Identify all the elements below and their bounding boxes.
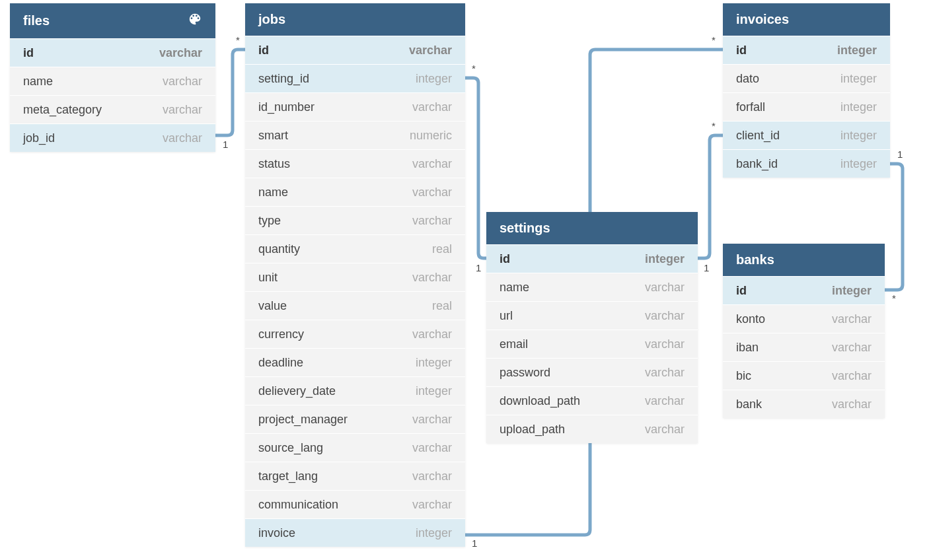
table-row[interactable]: idvarchar xyxy=(10,38,215,67)
table-row[interactable]: idvarchar xyxy=(245,36,465,64)
column-type: varchar xyxy=(412,186,452,199)
table-row[interactable]: upload_pathvarchar xyxy=(486,415,698,443)
column-name: forfall xyxy=(736,100,765,114)
table-row[interactable]: source_langvarchar xyxy=(245,433,465,462)
column-name: download_path xyxy=(500,394,580,408)
column-type: varchar xyxy=(159,46,202,60)
column-type: integer xyxy=(840,72,877,86)
column-type: varchar xyxy=(163,75,202,88)
column-name: upload_path xyxy=(500,423,565,437)
column-name: job_id xyxy=(23,131,55,145)
table-row[interactable]: passwordvarchar xyxy=(486,358,698,386)
table-title: banks xyxy=(736,252,774,267)
table-header-invoices[interactable]: invoices xyxy=(723,3,890,36)
table-body-banks: idintegerkontovarcharibanvarcharbicvarch… xyxy=(723,276,885,418)
table-header-jobs[interactable]: jobs xyxy=(245,3,465,36)
column-name: name xyxy=(500,281,529,295)
column-name: id_number xyxy=(258,100,315,114)
column-name: client_id xyxy=(736,129,780,143)
table-row[interactable]: forfallinteger xyxy=(723,92,890,121)
table-row[interactable]: typevarchar xyxy=(245,206,465,234)
column-type: varchar xyxy=(412,441,452,455)
column-type: varchar xyxy=(645,366,685,380)
table-row[interactable]: idinteger xyxy=(723,36,890,64)
table-row[interactable]: setting_idinteger xyxy=(245,64,465,92)
table-row[interactable]: bicvarchar xyxy=(723,361,885,390)
card-label: * xyxy=(712,120,716,131)
column-type: real xyxy=(432,242,452,256)
table-body-settings: idintegernamevarcharurlvarcharemailvarch… xyxy=(486,244,698,443)
table-files[interactable]: files idvarcharnamevarcharmeta_categoryv… xyxy=(10,3,215,152)
column-name: source_lang xyxy=(258,441,323,455)
table-settings[interactable]: settings idintegernamevarcharurlvarchare… xyxy=(486,212,698,443)
table-row[interactable]: datointeger xyxy=(723,64,890,92)
table-row[interactable]: valuereal xyxy=(245,291,465,320)
table-row[interactable]: bankvarchar xyxy=(723,390,885,418)
table-row[interactable]: download_pathvarchar xyxy=(486,386,698,415)
table-header-settings[interactable]: settings xyxy=(486,212,698,244)
table-row[interactable]: project_managervarchar xyxy=(245,405,465,433)
table-invoices[interactable]: invoices idintegerdatointegerforfallinte… xyxy=(723,3,890,178)
column-type: varchar xyxy=(412,470,452,483)
table-row[interactable]: emailvarchar xyxy=(486,330,698,358)
table-row[interactable]: currencyvarchar xyxy=(245,320,465,348)
card-label: 1 xyxy=(472,538,477,549)
column-type: varchar xyxy=(645,309,685,323)
table-title: settings xyxy=(500,221,550,236)
table-row[interactable]: quantityreal xyxy=(245,234,465,263)
column-type: varchar xyxy=(412,328,452,341)
column-name: delievery_date xyxy=(258,384,336,398)
palette-icon[interactable] xyxy=(188,12,202,30)
table-row[interactable]: idinteger xyxy=(486,244,698,273)
table-row[interactable]: deadlineinteger xyxy=(245,348,465,376)
card-label: 1 xyxy=(476,262,481,273)
table-row[interactable]: idinteger xyxy=(723,276,885,304)
table-body-invoices: idintegerdatointegerforfallintegerclient… xyxy=(723,36,890,178)
table-header-banks[interactable]: banks xyxy=(723,244,885,276)
column-name: password xyxy=(500,366,550,380)
card-label: * xyxy=(892,293,896,304)
table-row[interactable]: delievery_dateinteger xyxy=(245,376,465,405)
card-label: 1 xyxy=(897,149,903,160)
table-body-files: idvarcharnamevarcharmeta_categoryvarchar… xyxy=(10,38,215,152)
table-row[interactable]: id_numbervarchar xyxy=(245,92,465,121)
column-type: varchar xyxy=(412,157,452,171)
column-type: varchar xyxy=(832,369,872,383)
table-row[interactable]: ibanvarchar xyxy=(723,333,885,361)
column-name: dato xyxy=(736,72,759,86)
table-jobs[interactable]: jobs idvarcharsetting_idintegerid_number… xyxy=(245,3,465,547)
column-type: integer xyxy=(837,44,877,57)
column-name: name xyxy=(258,186,288,199)
column-type: varchar xyxy=(645,394,685,408)
column-name: name xyxy=(23,75,53,88)
column-name: meta_category xyxy=(23,103,102,117)
table-row[interactable]: unitvarchar xyxy=(245,263,465,291)
table-row[interactable]: kontovarchar xyxy=(723,304,885,333)
table-row[interactable]: statusvarchar xyxy=(245,149,465,178)
column-name: quantity xyxy=(258,242,300,256)
column-type: integer xyxy=(840,157,877,171)
column-type: integer xyxy=(416,384,452,398)
table-row[interactable]: client_idinteger xyxy=(723,121,890,149)
table-banks[interactable]: banks idintegerkontovarcharibanvarcharbi… xyxy=(723,244,885,418)
card-label: * xyxy=(712,34,716,46)
table-row[interactable]: urlvarchar xyxy=(486,301,698,330)
table-row[interactable]: bank_idinteger xyxy=(723,149,890,178)
column-type: varchar xyxy=(163,131,202,145)
column-type: varchar xyxy=(645,423,685,437)
table-row[interactable]: namevarchar xyxy=(245,178,465,206)
table-row[interactable]: namevarchar xyxy=(486,273,698,301)
card-label: * xyxy=(472,63,476,74)
table-row[interactable]: target_langvarchar xyxy=(245,462,465,490)
table-header-files[interactable]: files xyxy=(10,3,215,38)
column-name: status xyxy=(258,157,290,171)
table-title: files xyxy=(23,13,50,28)
table-row[interactable]: namevarchar xyxy=(10,67,215,95)
table-row[interactable]: smartnumeric xyxy=(245,121,465,149)
table-row[interactable]: invoiceinteger xyxy=(245,518,465,547)
table-row[interactable]: job_idvarchar xyxy=(10,123,215,152)
column-type: varchar xyxy=(409,44,452,57)
column-name: project_manager xyxy=(258,413,348,427)
table-row[interactable]: communicationvarchar xyxy=(245,490,465,518)
table-row[interactable]: meta_categoryvarchar xyxy=(10,95,215,123)
